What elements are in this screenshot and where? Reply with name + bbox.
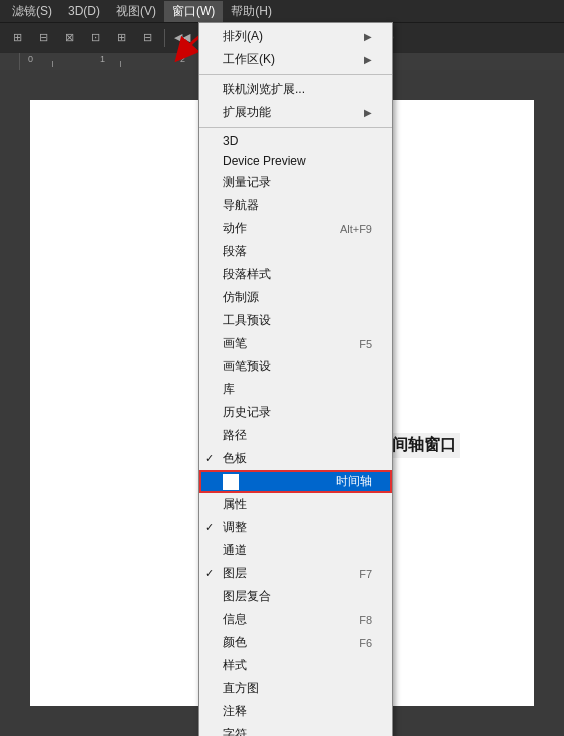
toolbar-sep-1 — [164, 29, 165, 47]
menu-3d[interactable]: 3D(D) — [60, 2, 108, 20]
menu-item-actions[interactable]: 动作 Alt+F9 — [199, 217, 392, 240]
ruler-label-2: 2 — [180, 54, 185, 64]
toolbar-icon-6[interactable]: ⊟ — [136, 27, 158, 49]
menu-item-navigator[interactable]: 导航器 — [199, 194, 392, 217]
menu-item-character[interactable]: 字符 — [199, 723, 392, 736]
menu-item-channels[interactable]: 通道 — [199, 539, 392, 562]
sep-1 — [199, 74, 392, 75]
menu-help[interactable]: 帮助(H) — [223, 1, 280, 22]
menu-item-notes[interactable]: 注释 — [199, 700, 392, 723]
toolbar-icon-3[interactable]: ⊠ — [58, 27, 80, 49]
toolbar-icon-7[interactable]: ◀◀ — [171, 27, 193, 49]
submenu-arrow-ext: ▶ — [364, 107, 372, 118]
menu-item-brush[interactable]: 画笔 F5 — [199, 332, 392, 355]
menu-item-histogram[interactable]: 直方图 — [199, 677, 392, 700]
menu-item-styles[interactable]: 样式 — [199, 654, 392, 677]
menu-item-browse-ext[interactable]: 联机浏览扩展... — [199, 78, 392, 101]
menu-item-layers[interactable]: ✓ 图层 F7 — [199, 562, 392, 585]
menu-item-timeline[interactable]: 时间轴 — [199, 470, 392, 493]
ruler-mark-2 — [120, 61, 121, 67]
menu-item-tool-presets[interactable]: 工具预设 — [199, 309, 392, 332]
menu-item-brush-presets[interactable]: 画笔预设 — [199, 355, 392, 378]
menu-window[interactable]: 窗口(W) — [164, 1, 223, 22]
menu-item-properties[interactable]: 属性 — [199, 493, 392, 516]
menu-item-history[interactable]: 历史记录 — [199, 401, 392, 424]
shortcut-color: F6 — [359, 637, 372, 649]
shortcut-actions: Alt+F9 — [340, 223, 372, 235]
ruler-label-1: 1 — [100, 54, 105, 64]
shortcut-info: F8 — [359, 614, 372, 626]
menu-item-measurement[interactable]: 测量记录 — [199, 171, 392, 194]
menu-item-paragraph[interactable]: 段落 — [199, 240, 392, 263]
menu-item-3d[interactable]: 3D — [199, 131, 392, 151]
sep-2 — [199, 127, 392, 128]
menu-bar: 滤镜(S) 3D(D) 视图(V) 窗口(W) 帮助(H) — [0, 0, 564, 22]
toolbar-icon-1[interactable]: ⊞ — [6, 27, 28, 49]
menu-item-extensions[interactable]: 扩展功能 ▶ — [199, 101, 392, 124]
menu-filter[interactable]: 滤镜(S) — [4, 1, 60, 22]
menu-item-adjustments[interactable]: ✓ 调整 — [199, 516, 392, 539]
menu-item-layer-comps[interactable]: 图层复合 — [199, 585, 392, 608]
menu-item-paragraph-style[interactable]: 段落样式 — [199, 263, 392, 286]
submenu-arrow-arrange: ▶ — [364, 31, 372, 42]
menu-item-workspace[interactable]: 工作区(K) ▶ — [199, 48, 392, 71]
ruler-label-0: 0 — [28, 54, 33, 64]
menu-item-clone-source[interactable]: 仿制源 — [199, 286, 392, 309]
menu-item-info[interactable]: 信息 F8 — [199, 608, 392, 631]
shortcut-layers: F7 — [359, 568, 372, 580]
toolbar-icon-5[interactable]: ⊞ — [110, 27, 132, 49]
ruler-mark-1 — [52, 61, 53, 67]
menu-item-path[interactable]: 路径 — [199, 424, 392, 447]
window-dropdown-menu: 排列(A) ▶ 工作区(K) ▶ 联机浏览扩展... 扩展功能 ▶ 3D Dev… — [198, 22, 393, 736]
check-layers: ✓ — [205, 567, 214, 580]
menu-item-swatches[interactable]: ✓ 色板 — [199, 447, 392, 470]
menu-item-color[interactable]: 颜色 F6 — [199, 631, 392, 654]
check-swatches: ✓ — [205, 452, 214, 465]
ruler-corner — [0, 53, 20, 71]
submenu-arrow-workspace: ▶ — [364, 54, 372, 65]
menu-view[interactable]: 视图(V) — [108, 1, 164, 22]
menu-item-library[interactable]: 库 — [199, 378, 392, 401]
toolbar-icon-4[interactable]: ⊡ — [84, 27, 106, 49]
check-adjustments: ✓ — [205, 521, 214, 534]
menu-item-arrange[interactable]: 排列(A) ▶ — [199, 25, 392, 48]
toolbar-icon-2[interactable]: ⊟ — [32, 27, 54, 49]
menu-item-device-preview[interactable]: Device Preview — [199, 151, 392, 171]
shortcut-brush: F5 — [359, 338, 372, 350]
